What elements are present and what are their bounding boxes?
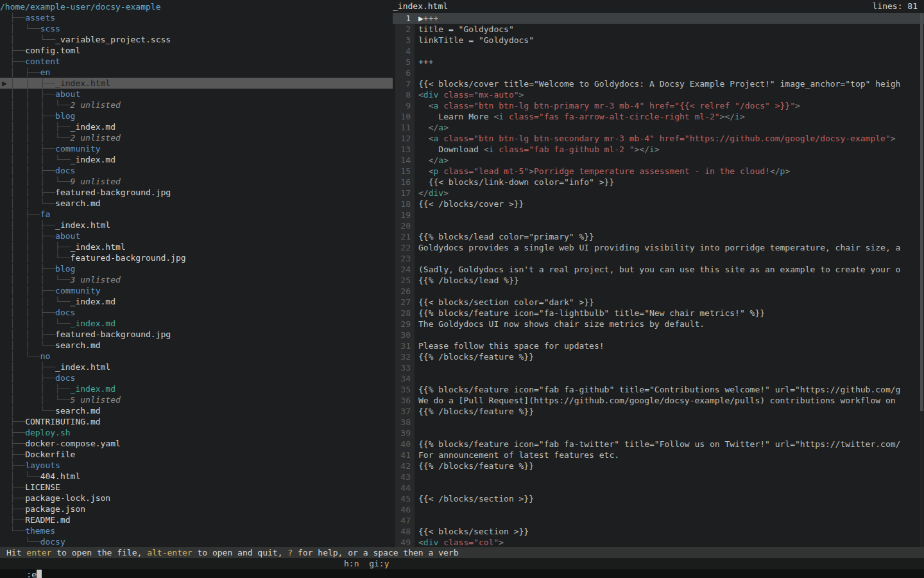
tree-row[interactable]: │ │ └──search.md: [0, 340, 393, 351]
code-line[interactable]: 4: [393, 46, 924, 57]
code-line[interactable]: 47: [393, 515, 924, 526]
tree-row[interactable]: ├──package-lock.json: [0, 493, 393, 504]
code-line[interactable]: 28{{% blocks/feature icon="fa-lightbulb"…: [393, 308, 924, 319]
code-line[interactable]: 3linkTitle = "Goldydocs": [393, 35, 924, 46]
code-line[interactable]: 24(Sadly, Goldydocs isn't a real project…: [393, 264, 924, 275]
tree-row[interactable]: │ │ │ └──2 unlisted: [0, 132, 393, 143]
tree-row[interactable]: ├──Dockerfile: [0, 449, 393, 460]
tree-row[interactable]: │ ├──fa: [0, 209, 393, 220]
code-line[interactable]: 7{{< blocks/cover title="Welcome to Gold…: [393, 78, 924, 89]
command-input-value[interactable]: :e: [26, 570, 37, 578]
code-line[interactable]: 14 </a>: [393, 155, 924, 166]
code-line[interactable]: 46: [393, 504, 924, 515]
code-line[interactable]: 45{{< /blocks/section >}}: [393, 493, 924, 504]
code-line[interactable]: 9 <a class="btn btn-lg btn-primary mr-3 …: [393, 100, 924, 111]
tree-row[interactable]: │ │ ├──community: [0, 285, 393, 296]
code-line[interactable]: 17</div>: [393, 188, 924, 198]
tree-row[interactable]: ├──README.md: [0, 514, 393, 525]
code-line[interactable]: 32{{% /blocks/feature %}}: [393, 351, 924, 362]
code-line[interactable]: 10 Learn More <i class="fas fa-arrow-alt…: [393, 111, 924, 122]
tree-row[interactable]: │ │ │ └──_index.md: [0, 154, 393, 165]
code-line[interactable]: 6: [393, 67, 924, 78]
code-line[interactable]: 43: [393, 471, 924, 482]
code-line[interactable]: 25{{% /blocks/lead %}}: [393, 275, 924, 286]
tree-row[interactable]: │ │ ├──about: [0, 231, 393, 241]
tree-row[interactable]: │ │ ├──blog: [0, 263, 393, 274]
tree-row[interactable]: │ │ ├──docs: [0, 165, 393, 176]
code-line[interactable]: 11 </a>: [393, 122, 924, 133]
code-line[interactable]: 44: [393, 482, 924, 493]
tree-row[interactable]: │ │ ├──_index.html: [0, 220, 393, 231]
code-line[interactable]: 21{{% blocks/lead color="primary" %}}: [393, 231, 924, 242]
tree-row[interactable]: │ │ │ ├──_index.html: [0, 241, 393, 252]
tree-row[interactable]: └──themes: [0, 525, 393, 536]
code-line[interactable]: 23: [393, 253, 924, 264]
code-line[interactable]: 20: [393, 220, 924, 231]
code-line[interactable]: 34: [393, 373, 924, 384]
code-line[interactable]: 1▶+++: [393, 13, 924, 24]
code-line[interactable]: 16 {{< blocks/link-down color="info" >}}: [393, 177, 924, 188]
code-line[interactable]: 40{{% blocks/feature icon="fab fa-twitte…: [393, 439, 924, 450]
code-line[interactable]: 37{{% /blocks/feature %}}: [393, 406, 924, 417]
tree-row[interactable]: ├──package.json: [0, 504, 393, 514]
tree-row[interactable]: │ │ └──search.md: [0, 198, 393, 209]
code-line[interactable]: 41For announcement of latest features et…: [393, 450, 924, 460]
code-line[interactable]: 36We do a [Pull Request](https://github.…: [393, 395, 924, 406]
tree-root-path[interactable]: /home/example-user/docsy-example: [0, 1, 393, 12]
tree-row[interactable]: │ │ │ └──_index.md: [0, 318, 393, 329]
code-line[interactable]: 19: [393, 209, 924, 220]
tree-row[interactable]: ├──deploy.sh: [0, 427, 393, 438]
code-line[interactable]: 8<div class="mx-auto">: [393, 89, 924, 100]
tree-row[interactable]: │ │ │ └──2 unlisted: [0, 100, 393, 110]
code-line[interactable]: 5+++: [393, 57, 924, 67]
code-line[interactable]: 27{{< blocks/section color="dark" >}}: [393, 297, 924, 308]
scrollbar-thumb[interactable]: [920, 13, 923, 411]
code-line[interactable]: 39: [393, 428, 924, 439]
tree-row[interactable]: ├──config.toml: [0, 45, 393, 56]
code-line[interactable]: 18{{< /blocks/cover >}}: [393, 198, 924, 209]
tree-row[interactable]: │ │ │ └──_index.md: [0, 296, 393, 307]
code-line[interactable]: 22Goldydocs provides a single web UI pro…: [393, 242, 924, 253]
tree-row[interactable]: ├──docker-compose.yaml: [0, 438, 393, 449]
code-line[interactable]: 48{{< blocks/section >}}: [393, 526, 924, 537]
tree-row[interactable]: │ │ │ └──3 unlisted: [0, 274, 393, 285]
tree-row[interactable]: │ │ ├──blog: [0, 110, 393, 121]
tree-row[interactable]: │ │ ├──featured-background.jpg: [0, 329, 393, 340]
tree-row[interactable]: │ │ ├──about: [0, 89, 393, 100]
code-line[interactable]: 15 <p class="lead mt-5">Porridge tempera…: [393, 166, 924, 177]
tree-row[interactable]: ├──layouts: [0, 460, 393, 471]
code-line[interactable]: 26: [393, 286, 924, 297]
tree-row[interactable]: ▶ │ │ ├──_index.html: [0, 78, 393, 89]
tree-row[interactable]: ├──CONTRIBUTING.md: [0, 416, 393, 427]
tree-row[interactable]: │ ├──_index.html: [0, 362, 393, 372]
tree-row[interactable]: ├──content: [0, 56, 393, 67]
code-line[interactable]: 12 <a class="btn btn-lg btn-secondary mr…: [393, 133, 924, 144]
tree-row[interactable]: ├──assets: [0, 12, 393, 23]
code-line[interactable]: 29The Goldydocs UI now shows chair size …: [393, 319, 924, 329]
code-line[interactable]: 38: [393, 417, 924, 428]
tree-row[interactable]: │ └──404.html: [0, 471, 393, 482]
tree-row[interactable]: │ │ │ └──9 unlisted: [0, 176, 393, 187]
code-line[interactable]: 49<div class="col">: [393, 537, 924, 547]
tree-row[interactable]: │ └──no: [0, 351, 393, 362]
tree-row[interactable]: │ │ ├──_index.md: [0, 383, 393, 394]
code-line[interactable]: 30: [393, 329, 924, 340]
tree-row[interactable]: │ └──_variables_project.scss: [0, 34, 393, 45]
tree-row[interactable]: │ ├──docs: [0, 372, 393, 383]
tree-row[interactable]: │ │ │ └──featured-background.jpg: [0, 252, 393, 263]
tree-row[interactable]: │ │ ├──community: [0, 143, 393, 154]
command-line[interactable]: :e h:n gi:y: [0, 558, 924, 569]
tree-row[interactable]: ├──LICENSE: [0, 482, 393, 493]
tree-row[interactable]: └──docsy: [0, 536, 393, 547]
flag-value[interactable]: y: [384, 559, 389, 568]
scrollbar[interactable]: [920, 13, 923, 547]
code-line[interactable]: 31Please follow this space for updates!: [393, 340, 924, 351]
tree-row[interactable]: │ │ ├──docs: [0, 307, 393, 318]
tree-row[interactable]: │ │ │ ├──_index.md: [0, 121, 393, 132]
code-line[interactable]: 13 Download <i class="fab fa-github ml-2…: [393, 144, 924, 155]
tree-row[interactable]: │ └──scss: [0, 23, 393, 34]
code-line[interactable]: 42{{% /blocks/feature %}}: [393, 460, 924, 471]
code-line[interactable]: 35{{% blocks/feature icon="fab fa-github…: [393, 384, 924, 395]
tree-row[interactable]: │ └──search.md: [0, 405, 393, 416]
code-line[interactable]: 33: [393, 362, 924, 373]
